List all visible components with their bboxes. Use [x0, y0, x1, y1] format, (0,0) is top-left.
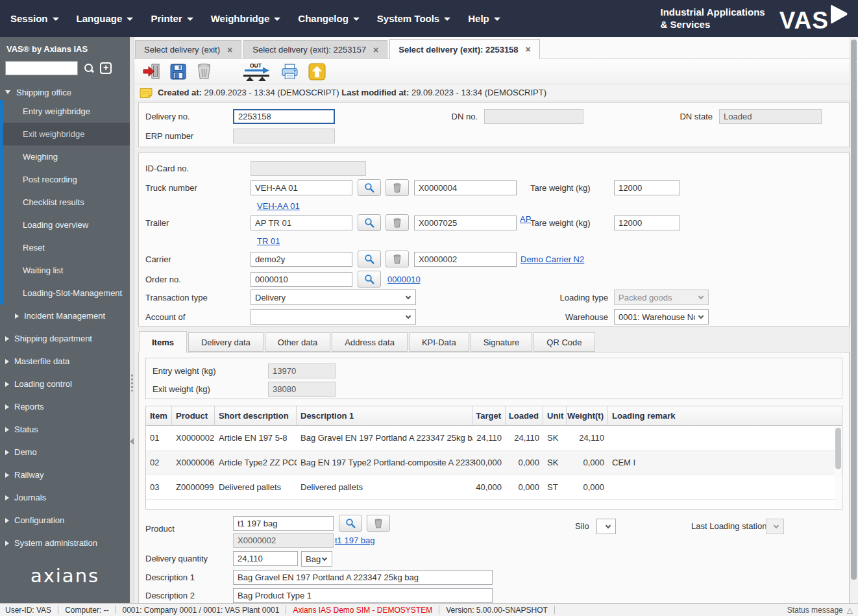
tab-select-delivery-2253157[interactable]: Select delivery (exit): 2253157 ×: [243, 40, 387, 58]
close-icon[interactable]: ×: [373, 45, 378, 55]
sidebar-section-railway[interactable]: Railway: [0, 463, 130, 486]
trailer-link[interactable]: AP: [520, 214, 531, 224]
sidebar-item-entry-weighbridge[interactable]: Entry weighbridge: [3, 100, 130, 123]
truck-tare-label: Tare weight (kg): [530, 183, 608, 193]
tab-signature[interactable]: Signature: [471, 332, 533, 352]
description-2-input[interactable]: [233, 588, 493, 603]
sidebar-section-loading-control[interactable]: Loading control: [0, 373, 130, 395]
product-search-button[interactable]: [339, 515, 362, 532]
sidebar-item-post-recording[interactable]: Post recording: [3, 168, 130, 191]
menu-printer[interactable]: Printer: [151, 13, 193, 24]
product-input[interactable]: [233, 516, 334, 531]
truck-code-input[interactable]: [414, 180, 517, 195]
table-row[interactable]: 02 X0000006 Article Type2 ZZ PCC Bag EN …: [146, 450, 842, 475]
sidebar-item-waiting-list[interactable]: Waiting list: [3, 259, 130, 282]
tab-qr-code[interactable]: QR Code: [533, 332, 594, 352]
table-scrollbar[interactable]: [835, 426, 841, 508]
sidebar-section-demo[interactable]: Demo: [0, 441, 130, 463]
sidebar-search-input[interactable]: [5, 61, 78, 75]
account-of-select[interactable]: [251, 309, 416, 325]
sidebar-section-system-administration[interactable]: System administration: [0, 532, 130, 554]
trailer-code-input[interactable]: [414, 216, 517, 230]
tab-kpi-data[interactable]: KPI-Data: [409, 332, 469, 352]
table-row[interactable]: 03 Z0000099 Delivered pallets Delivered …: [146, 475, 842, 500]
description-1-input[interactable]: [233, 570, 493, 585]
transaction-type-select[interactable]: Delivery: [251, 290, 416, 305]
sidebar-section-journals[interactable]: Journals: [0, 486, 130, 509]
trailer-input[interactable]: [251, 216, 352, 230]
table-row[interactable]: 01 X0000002 Article EN 197 5-8 Bag Grave…: [146, 426, 842, 450]
truck-link[interactable]: VEH-AA 01: [257, 201, 300, 211]
sidebar-section-configuration[interactable]: Configuration: [0, 509, 130, 532]
vertical-scrollbar-thumb[interactable]: [851, 40, 857, 580]
quantity-unit-select[interactable]: Bag: [301, 551, 332, 567]
trailer-link-2[interactable]: TR 01: [257, 236, 280, 246]
menu-changelog[interactable]: Changelog: [298, 13, 360, 24]
menu-weighbridge[interactable]: Weighbridge: [211, 13, 281, 24]
order-search-button[interactable]: [358, 271, 381, 288]
tab-address-data[interactable]: Address data: [332, 332, 408, 352]
carrier-search-button[interactable]: [358, 251, 381, 267]
delete-button[interactable]: [196, 61, 212, 82]
delivery-no-input[interactable]: [233, 109, 335, 124]
close-icon[interactable]: ×: [227, 45, 232, 55]
sidebar-splitter[interactable]: [130, 37, 134, 603]
carrier-code-input[interactable]: [414, 252, 517, 267]
created-at-value: 29.09.2023 - 13:34 (DEMOSCRIPT): [204, 88, 339, 97]
menu-system-tools[interactable]: System Tools: [377, 13, 450, 24]
loading-type-label: Loading type: [530, 293, 608, 302]
search-icon[interactable]: [84, 63, 94, 73]
truck-clear-button[interactable]: [386, 179, 409, 196]
truck-number-input[interactable]: [251, 180, 352, 195]
product-link[interactable]: t1 197 bag: [335, 536, 374, 545]
truck-search-button[interactable]: [358, 179, 381, 196]
add-button[interactable]: +: [100, 62, 112, 74]
search-icon: [364, 217, 374, 228]
sidebar-section-masterfile-data[interactable]: Masterfile data: [0, 350, 130, 373]
menu-language[interactable]: Language: [77, 13, 134, 24]
status-message-toggle[interactable]: Status message △: [787, 606, 853, 615]
sidebar-item-weighing[interactable]: Weighing: [3, 145, 130, 168]
sidebar-item-reset[interactable]: Reset: [3, 236, 130, 259]
truck-tare-input[interactable]: [614, 180, 680, 195]
release-button[interactable]: [308, 61, 326, 82]
vertical-scrollbar[interactable]: [850, 37, 857, 603]
carrier-clear-button[interactable]: [386, 251, 409, 267]
trailer-search-button[interactable]: [358, 214, 381, 231]
exit-button[interactable]: [142, 61, 160, 82]
sidebar-item-checklist-results[interactable]: Checklist results: [3, 191, 130, 214]
order-no-input[interactable]: [251, 272, 352, 287]
trailer-clear-button[interactable]: [386, 214, 409, 231]
trailer-tare-input[interactable]: [614, 216, 680, 230]
menu-session[interactable]: Session: [10, 13, 59, 24]
print-button[interactable]: [281, 61, 299, 82]
last-loading-station-select: [766, 519, 784, 534]
order-link[interactable]: 0000010: [387, 275, 421, 284]
tab-other-data[interactable]: Other data: [265, 332, 330, 352]
sidebar-item-exit-weighbridge[interactable]: Exit weighbridge: [3, 123, 130, 145]
warehouse-select[interactable]: 0001: Warehouse North: [614, 309, 709, 325]
menu-help[interactable]: Help: [468, 13, 500, 24]
silo-select[interactable]: [596, 519, 616, 534]
weighbridge-out-button[interactable]: OUT: [241, 61, 271, 82]
weighbridge-out-icon: OUT: [241, 62, 271, 82]
tab-items[interactable]: Items: [139, 331, 187, 352]
sidebar-section-status[interactable]: Status: [0, 418, 130, 441]
table-scrollbar-thumb[interactable]: [835, 428, 841, 469]
tab-delivery-data[interactable]: Delivery data: [188, 332, 264, 352]
sidebar-section-shipping-department[interactable]: Shipping department: [0, 327, 130, 350]
sidebar-item-loading-slot-management[interactable]: Loading-Slot-Management: [3, 282, 130, 304]
sidebar-section-shipping-office[interactable]: Shipping office: [0, 84, 130, 100]
tab-select-delivery-2253158[interactable]: Select delivery (exit): 2253158 ×: [389, 39, 539, 59]
product-clear-button[interactable]: [367, 515, 390, 532]
carrier-link[interactable]: Demo Carrier N2: [521, 254, 584, 264]
sidebar-section-incident-management[interactable]: Incident Management: [0, 304, 130, 327]
save-button[interactable]: [170, 61, 186, 82]
sidebar-section-reports[interactable]: Reports: [0, 395, 130, 418]
chevron-down-icon: [353, 18, 360, 21]
sidebar-item-loading-overview[interactable]: Loading overview: [3, 214, 130, 236]
carrier-input[interactable]: [251, 252, 352, 267]
delivery-quantity-input[interactable]: [233, 551, 298, 566]
tab-select-delivery-exit[interactable]: Select delivery (exit) ×: [135, 40, 241, 58]
close-icon[interactable]: ×: [526, 44, 531, 55]
